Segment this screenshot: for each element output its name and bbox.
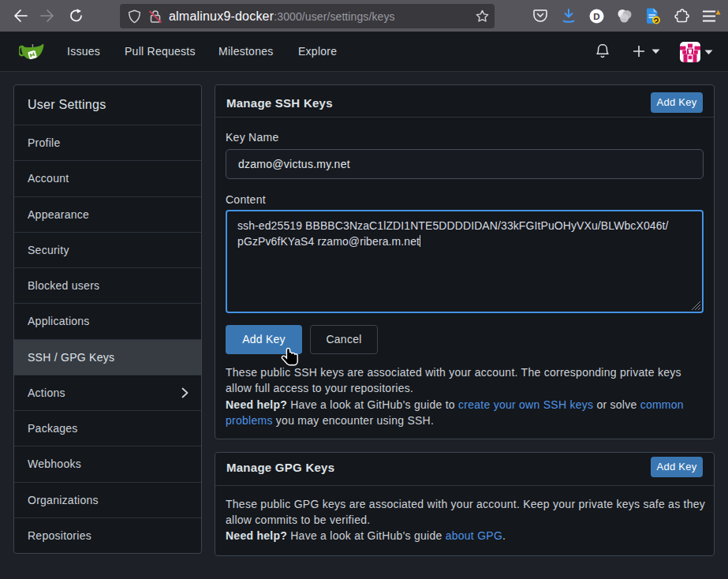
svg-text:D: D (593, 12, 600, 21)
